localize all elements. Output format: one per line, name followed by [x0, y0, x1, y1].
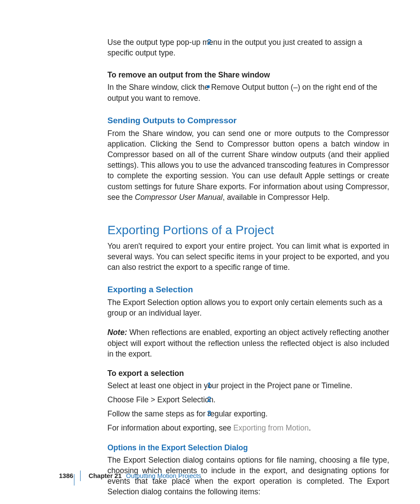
main-content: 2 Use the output type pop-up menu in the…: [107, 37, 389, 504]
step-text: Follow the same steps as for regular exp…: [107, 408, 389, 419]
step-3: 3 Follow the same steps as for regular e…: [107, 408, 389, 419]
heading-exporting-portions: Exporting Portions of a Project: [107, 222, 389, 239]
heading-options-dialog: Options in the Export Selection Dialog: [107, 442, 389, 453]
step-1: 1 Select at least one object in your pro…: [107, 380, 389, 391]
compressor-manual-title: Compressor User Manual: [135, 193, 222, 202]
bullet-text: In the Share window, click the Remove Ou…: [107, 82, 389, 103]
subheading-export-selection: To export a selection: [107, 368, 389, 379]
step-number: 2: [203, 37, 211, 47]
para-portions-intro: You aren't required to export your entir…: [107, 241, 389, 272]
page-footer: 1386 Chapter 21 Outputting Motion Projec…: [59, 471, 201, 481]
step-2b: 2 Choose File > Export Selection.: [107, 394, 389, 405]
heading-exporting-selection: Exporting a Selection: [107, 284, 389, 295]
step-text: Select at least one object in your proje…: [107, 380, 389, 391]
step-text: Use the output type pop-up menu in the o…: [107, 37, 389, 58]
note: Note: When reflections are enabled, expo…: [107, 327, 389, 359]
square-bullet-icon: [207, 85, 210, 88]
note-body: When reflections are enabled, exporting …: [107, 328, 389, 358]
link-exporting-from-motion[interactable]: Exporting from Motion: [233, 423, 309, 432]
para-compressor: From the Share window, you can send one …: [107, 128, 389, 202]
subheading-remove-output: To remove an output from the Share windo…: [107, 70, 389, 80]
para-compressor-b: , available in Compressor Help.: [223, 193, 330, 202]
heading-sending-compressor: Sending Outputs to Compressor: [107, 115, 389, 126]
step-3-more-b: .: [309, 423, 311, 432]
chapter-label: Chapter 21: [88, 471, 122, 480]
page-number: 1386: [59, 471, 80, 480]
page: 2 Use the output type pop-up menu in the…: [0, 0, 420, 504]
step-2: 2 Use the output type pop-up menu in the…: [107, 37, 389, 58]
footer-divider: [80, 471, 81, 481]
chapter-title: Outputting Motion Projects: [126, 471, 201, 480]
step-number: 3: [203, 408, 211, 419]
bullet-item: In the Share window, click the Remove Ou…: [107, 82, 389, 103]
step-text: Choose File > Export Selection.: [107, 394, 389, 405]
step-3-more: For information about exporting, see Exp…: [107, 423, 389, 433]
para-selection-intro: The Export Selection option allows you t…: [107, 297, 389, 318]
para-compressor-a: From the Share window, you can send one …: [107, 129, 389, 202]
step-number: 1: [203, 380, 211, 390]
step-3-more-a: For information about exporting, see: [107, 423, 233, 432]
note-label: Note:: [107, 328, 127, 337]
step-number: 2: [203, 394, 211, 405]
